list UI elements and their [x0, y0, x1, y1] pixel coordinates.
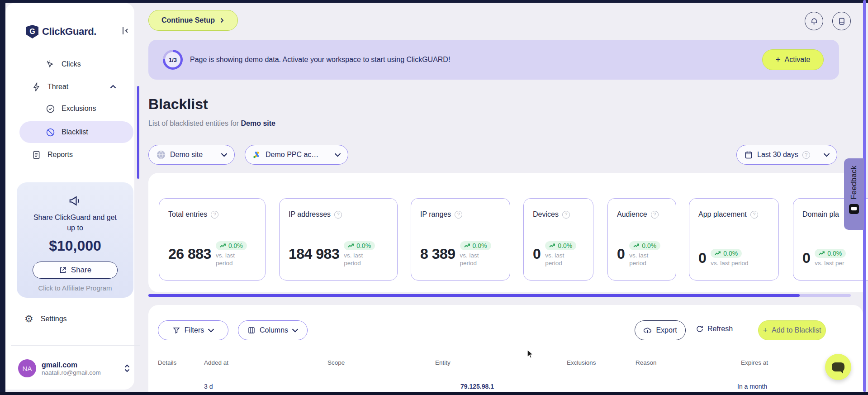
sidebar-item-blacklist[interactable]: Blacklist	[19, 121, 133, 143]
share-button[interactable]: Share	[33, 262, 118, 279]
globe-icon	[156, 150, 166, 160]
stat-value: 8 389	[420, 246, 455, 262]
refresh-label: Refresh	[707, 325, 733, 333]
stat-value: 0	[698, 250, 706, 267]
refresh-button[interactable]: Refresh	[696, 325, 733, 333]
column-header-reason[interactable]: Reason	[636, 359, 657, 366]
plus-icon: +	[775, 55, 780, 65]
stat-label: Devices	[533, 210, 559, 219]
account-switcher[interactable]: NA gmail.com naatali.ro@gmail.com	[18, 359, 130, 377]
sidebar-item-clicks[interactable]: Clicks	[45, 59, 81, 69]
table-header-divider	[148, 374, 863, 374]
stat-label: Domain pla	[802, 210, 839, 219]
page-subtitle-target: Demo site	[241, 119, 275, 127]
sidebar: G ClickGuard. Clicks Threat Exclusions B…	[5, 3, 134, 390]
stat-vs-label: vs. last period	[545, 252, 576, 267]
chat-launcher-button[interactable]	[825, 354, 851, 380]
column-header-expires-at[interactable]: Expires at	[741, 359, 768, 366]
chevron-down-icon	[208, 328, 214, 333]
filters-button[interactable]: Filters	[158, 320, 228, 340]
megaphone-icon	[68, 194, 82, 208]
affiliate-promo-card[interactable]: Share ClickGuard and get up to $10,000 S…	[17, 182, 133, 298]
badge-check-icon	[45, 104, 55, 114]
trend-badge: 0.0%	[711, 249, 742, 258]
account-name: gmail.com	[42, 361, 101, 369]
external-link-icon	[59, 266, 67, 274]
column-header-exclusions[interactable]: Exclusions	[567, 359, 596, 366]
help-icon[interactable]: ?	[211, 211, 218, 219]
stat-label: Audience	[617, 210, 647, 219]
add-to-blacklist-button[interactable]: + Add to Blacklist	[758, 320, 826, 340]
trend-badge: 0.0%	[460, 241, 491, 250]
stat-card-devices: Devices? 0 0.0% vs. last period	[523, 198, 593, 281]
window-frame-bottom	[0, 392, 868, 395]
block-icon	[45, 127, 55, 137]
lightning-icon	[31, 82, 41, 92]
gear-icon: ⚙	[24, 314, 33, 324]
continue-setup-label: Continue Setup	[161, 16, 215, 24]
help-icon[interactable]: ?	[802, 151, 810, 159]
book-icon	[837, 17, 846, 26]
stats-horizontal-scrollbar[interactable]	[148, 294, 851, 297]
chat-bubble-icon	[832, 362, 844, 371]
stat-vs-label: vs. last period	[344, 252, 375, 267]
stat-card-app-placement: App placement? 0 0.0% vs. last period	[689, 198, 779, 281]
window-frame-top	[0, 0, 868, 3]
trend-up-icon	[220, 243, 226, 248]
ppc-account-selector[interactable]: Demo PPC ac…	[245, 145, 348, 165]
help-icon[interactable]: ?	[750, 211, 758, 219]
table-row[interactable]: 3 d	[204, 383, 213, 390]
sidebar-item-threat[interactable]: Threat	[31, 82, 68, 92]
chevron-down-icon	[335, 153, 341, 157]
chevron-down-icon	[292, 328, 298, 333]
chevron-up-icon[interactable]	[109, 83, 117, 90]
share-label: Share	[71, 266, 91, 275]
date-range-selector[interactable]: Last 30 days ?	[736, 145, 837, 165]
help-icon[interactable]: ?	[334, 211, 342, 219]
stats-panel: Total entries? 26 883 0.0% vs. last peri…	[148, 173, 863, 292]
help-icon[interactable]: ?	[455, 211, 462, 219]
activate-label: Activate	[785, 56, 811, 64]
column-header-details[interactable]: Details	[158, 359, 176, 366]
sidebar-item-label: Exclusions	[62, 105, 96, 113]
avatar: NA	[18, 359, 36, 377]
table-row-entity[interactable]: 79.125.98.1	[460, 383, 494, 390]
column-header-added-at[interactable]: Added at	[204, 359, 228, 366]
chevron-down-icon	[221, 153, 227, 157]
export-label: Export	[656, 326, 677, 334]
site-selector[interactable]: Demo site	[148, 145, 235, 165]
ppc-account-value: Demo PPC ac…	[266, 151, 318, 159]
brand-logo[interactable]: G ClickGuard.	[26, 24, 130, 40]
help-icon[interactable]: ?	[651, 211, 659, 219]
sidebar-item-reports[interactable]: Reports	[31, 150, 73, 160]
sidebar-item-label: Blacklist	[62, 128, 88, 136]
column-header-scope[interactable]: Scope	[327, 359, 345, 366]
scrollbar-thumb[interactable]	[148, 294, 800, 297]
docs-button[interactable]	[832, 12, 851, 30]
plus-icon: +	[763, 326, 768, 335]
table-row-expires[interactable]: In a month	[737, 383, 767, 390]
sidebar-scrollbar[interactable]	[137, 86, 139, 179]
demo-data-banner: 1/3 Page is showing demo data. Activate …	[148, 40, 839, 80]
filters-label: Filters	[185, 326, 204, 334]
continue-setup-button[interactable]: Continue Setup	[148, 10, 238, 31]
activate-button[interactable]: + Activate	[762, 49, 824, 70]
sidebar-collapse-icon[interactable]	[120, 25, 131, 36]
sidebar-item-label: Clicks	[62, 60, 81, 68]
export-button[interactable]: Export	[635, 320, 686, 340]
funnel-icon	[172, 326, 180, 334]
sidebar-item-exclusions[interactable]: Exclusions	[45, 104, 96, 114]
sidebar-item-settings[interactable]: ⚙ Settings	[24, 314, 67, 324]
promo-amount: $10,000	[17, 238, 133, 254]
trend-badge: 0.0%	[344, 241, 375, 250]
stat-vs-label: vs. last period	[711, 259, 748, 267]
columns-button[interactable]: Columns	[238, 320, 308, 340]
help-icon[interactable]: ?	[562, 211, 570, 219]
trend-badge: 0.0%	[815, 249, 846, 258]
account-email: naatali.ro@gmail.com	[42, 369, 101, 376]
notifications-button[interactable]	[805, 12, 823, 30]
feedback-tab[interactable]: Feedback	[844, 158, 864, 230]
chevron-down-icon	[824, 153, 830, 157]
column-header-entity[interactable]: Entity	[435, 359, 451, 366]
stat-value: 26 883	[168, 246, 211, 262]
